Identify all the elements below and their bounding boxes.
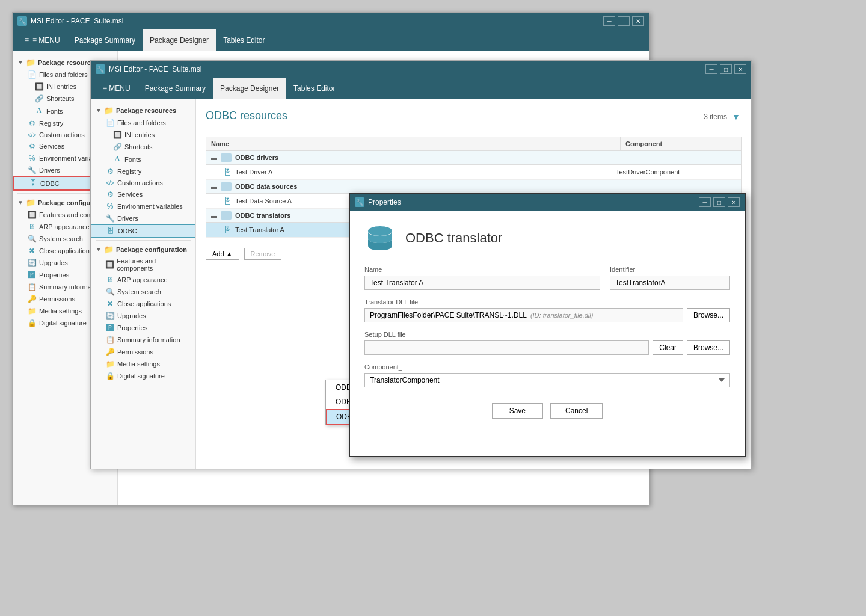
inner-sidebar-props[interactable]: 🅿 Properties xyxy=(91,322,195,334)
name-group: Name xyxy=(364,266,600,290)
translator-dll-group: Translator DLL file ProgramFilesFolder\P… xyxy=(364,298,730,322)
outer-tables-editor[interactable]: Tables Editor xyxy=(216,29,272,51)
component-label: Component_ xyxy=(364,363,730,371)
inner-sidebar-files[interactable]: 📄 Files and folders xyxy=(91,117,195,129)
dialog-close-button[interactable]: ✕ xyxy=(728,197,740,207)
inner-window-title: MSI Editor - PACE_Suite.msi xyxy=(109,65,202,73)
inner-sidebar-shortcuts[interactable]: 🔗 Shortcuts xyxy=(91,141,195,153)
inner-filter-icon[interactable]: ▼ xyxy=(731,111,742,122)
outer-app-icon: 🔧 xyxy=(17,16,27,26)
inner-sidebar-fonts[interactable]: A Fonts xyxy=(91,153,195,165)
inner-sidebar-upgrades[interactable]: 🔄 Upgrades xyxy=(91,310,195,322)
inner-sidebar-media[interactable]: 📁 Media settings xyxy=(91,358,195,370)
inner-sidebar-summary[interactable]: 📋 Summary information xyxy=(91,334,195,346)
dialog-window-controls: ─ □ ✕ xyxy=(699,197,740,207)
inner-close-button[interactable]: ✕ xyxy=(734,64,746,74)
inner-package-summary[interactable]: Package Summary xyxy=(138,78,213,99)
translator-dll-browse-button[interactable]: Browse... xyxy=(687,308,730,322)
inner-add-button[interactable]: Add ▲ xyxy=(206,248,239,260)
inner-tables-editor[interactable]: Tables Editor xyxy=(286,78,342,99)
outer-package-designer[interactable]: Package Designer xyxy=(143,29,216,51)
inner-pkg-resources: ▼ 📁 Package resources 📄 Files and folder… xyxy=(91,104,195,238)
inner-group-drivers[interactable]: ▬ ODBC drivers xyxy=(206,151,741,165)
inner-menu-bar: ≡ MENU Package Summary Package Designer … xyxy=(91,78,751,99)
dialog-content: ODBC translator Name Identifier Translat… xyxy=(350,211,745,431)
inner-sidebar-perms[interactable]: 🔑 Permissions xyxy=(91,346,195,358)
outer-window-controls: ─ □ ✕ xyxy=(603,16,644,26)
inner-sidebar-sysearch[interactable]: 🔍 System search xyxy=(91,286,195,298)
dialog-header-title: ODBC translator xyxy=(405,230,502,246)
setup-dll-clear-button[interactable]: Clear xyxy=(653,340,683,355)
inner-sidebar-digsig[interactable]: 🔒 Digital signature xyxy=(91,370,195,382)
inner-sidebar-registry[interactable]: ⚙ Registry xyxy=(91,165,195,177)
services-icon: ⚙ xyxy=(27,142,37,150)
inner-window-controls: ─ □ ✕ xyxy=(705,64,746,74)
shortcuts-icon: 🔗 xyxy=(34,94,44,103)
inner-sidebar-odbc[interactable]: 🗄 ODBC xyxy=(91,224,195,238)
setup-dll-input[interactable] xyxy=(364,340,649,355)
identifier-label: Identifier xyxy=(610,266,730,273)
hamburger-icon: ≡ xyxy=(25,36,29,45)
outer-close-button[interactable]: ✕ xyxy=(632,16,644,26)
inner-sidebar-custom[interactable]: </> Custom actions xyxy=(91,177,195,188)
inner-sidebar: ▼ 📁 Package resources 📄 Files and folder… xyxy=(91,99,196,469)
media-icon: 📁 xyxy=(27,307,37,315)
dialog-titlebar-left: 🔧 Properties xyxy=(355,197,401,207)
setup-dll-group: Setup DLL file Clear Browse... xyxy=(364,331,730,355)
properties-dialog: 🔧 Properties ─ □ ✕ ODBC translator Name xyxy=(349,192,746,457)
close-apps-icon: ✖ xyxy=(27,247,37,255)
inner-group-datasources[interactable]: ▬ ODBC data sources xyxy=(206,180,741,194)
dialog-footer: Save Cancel xyxy=(364,398,730,419)
dialog-minimize-button[interactable]: ─ xyxy=(699,197,711,207)
inner-package-designer[interactable]: Package Designer xyxy=(213,78,286,99)
name-label: Name xyxy=(364,266,600,273)
outer-maximize-button[interactable]: □ xyxy=(618,16,630,26)
inner-titlebar: 🔧 MSI Editor - PACE_Suite.msi ─ □ ✕ xyxy=(91,61,751,78)
odbc-translator-dialog-icon xyxy=(364,223,396,254)
inner-table-row[interactable]: 🗄 Test Driver A TestDriverComponent xyxy=(206,165,741,180)
inner-pkg-resources-folder[interactable]: ▼ 📁 Package resources xyxy=(91,104,195,117)
inner-sidebar-features[interactable]: 🔲 Features and components xyxy=(91,256,195,274)
inner-datasource-icon: 🗄 xyxy=(223,196,232,206)
translator-dll-label: Translator DLL file xyxy=(364,298,730,306)
inner-items-count: 3 items ▼ xyxy=(704,111,742,122)
inner-remove-button[interactable]: Remove xyxy=(244,248,282,260)
outer-titlebar: 🔧 MSI Editor - PACE_Suite.msi ─ □ ✕ xyxy=(13,13,649,29)
setup-dll-browse-button[interactable]: Browse... xyxy=(687,340,730,355)
save-button[interactable]: Save xyxy=(492,403,543,419)
upgrades-icon: 🔄 xyxy=(27,259,37,267)
summary-icon: 📋 xyxy=(27,283,37,291)
inner-sidebar-arp[interactable]: 🖥 ARP appearance xyxy=(91,274,195,286)
outer-minimize-button[interactable]: ─ xyxy=(603,16,615,26)
inner-app-icon: 🔧 xyxy=(96,64,105,74)
outer-menu-hamburger[interactable]: ≡ ≡ MENU xyxy=(17,29,67,51)
name-input[interactable] xyxy=(364,276,600,290)
dialog-app-icon: 🔧 xyxy=(355,197,364,207)
cancel-button[interactable]: Cancel xyxy=(550,403,603,419)
inner-name-col: Name xyxy=(206,137,621,150)
dialog-maximize-button[interactable]: □ xyxy=(713,197,725,207)
inner-sidebar-services[interactable]: ⚙ Services xyxy=(91,188,195,200)
inner-titlebar-left: 🔧 MSI Editor - PACE_Suite.msi xyxy=(96,64,202,74)
arp-icon: 🖥 xyxy=(27,223,37,231)
identifier-input[interactable] xyxy=(610,276,730,290)
outer-package-summary[interactable]: Package Summary xyxy=(67,29,143,51)
inner-sidebar-divider xyxy=(96,240,191,241)
inner-pkg-config-folder[interactable]: ▼ 📁 Package configuration xyxy=(91,243,195,256)
inner-page-title: ODBC resources xyxy=(206,109,287,122)
inner-sidebar-drivers[interactable]: 🔧 Drivers xyxy=(91,212,195,224)
translator-dll-path: ProgramFilesFolder\PACE Suite\TRANSL~1.D… xyxy=(370,311,527,319)
identifier-group: Identifier xyxy=(610,266,730,290)
inner-sidebar-ini[interactable]: 🔲 INI entries xyxy=(91,129,195,141)
inner-menu-hamburger[interactable]: ≡ MENU xyxy=(96,78,138,99)
hamburger-icon: ≡ MENU xyxy=(103,84,131,93)
expand-arrow: ▼ xyxy=(17,59,23,66)
inner-sidebar-closeapps[interactable]: ✖ Close applications xyxy=(91,298,195,310)
component-select[interactable]: TranslatorComponent xyxy=(364,373,730,387)
dialog-titlebar: 🔧 Properties ─ □ ✕ xyxy=(350,194,745,211)
outer-window-title: MSI Editor - PACE_Suite.msi xyxy=(31,17,124,25)
outer-titlebar-left: 🔧 MSI Editor - PACE_Suite.msi xyxy=(17,16,124,26)
inner-minimize-button[interactable]: ─ xyxy=(705,64,717,74)
inner-maximize-button[interactable]: □ xyxy=(720,64,732,74)
inner-sidebar-env[interactable]: % Environment variables xyxy=(91,200,195,212)
